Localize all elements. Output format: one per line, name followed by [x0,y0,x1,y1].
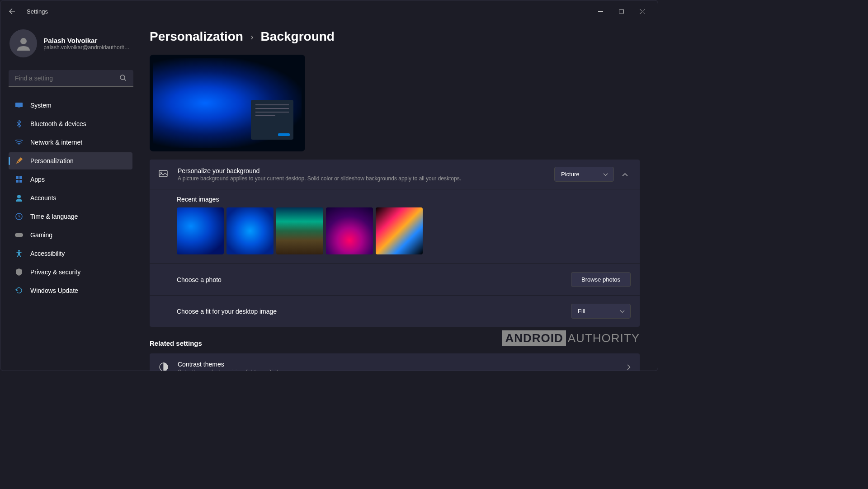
breadcrumb: Personalization › Background [150,29,640,44]
avatar [9,29,37,57]
sidebar-item-apps[interactable]: Apps [9,171,132,188]
recent-image-thumb[interactable] [326,207,373,254]
breadcrumb-parent[interactable]: Personalization [150,29,243,44]
recent-image-thumb[interactable] [376,207,423,254]
breadcrumb-current: Background [261,29,335,44]
sidebar-item-network-internet[interactable]: Network & internet [9,134,132,151]
sidebar-item-label: Privacy & security [30,268,80,276]
personalize-card: Personalize your background A picture ba… [150,160,640,327]
sidebar-item-personalization[interactable]: Personalization [9,152,132,169]
contrast-description: Color themes for low vision, light sensi… [178,369,627,371]
svg-point-14 [17,195,21,198]
accessibility-icon [15,249,23,258]
svg-rect-18 [159,170,167,177]
apps-icon [15,175,23,183]
recent-images-label: Recent images [177,196,631,203]
sidebar-item-label: Bluetooth & devices [30,120,86,127]
svg-point-9 [19,144,19,145]
window-title: Settings [27,8,48,15]
chevron-down-icon [620,308,625,315]
sidebar-item-label: Windows Update [30,287,78,294]
choose-fit-label: Choose a fit for your desktop image [177,308,571,315]
sidebar-item-gaming[interactable]: Gaming [9,226,132,244]
browse-photos-button[interactable]: Browse photos [571,272,631,287]
svg-rect-16 [15,233,23,237]
recent-thumbnails [177,207,631,254]
maximize-button[interactable] [611,4,632,19]
network-internet-icon [15,138,23,146]
sidebar-item-label: Accounts [30,194,57,202]
sidebar-item-label: Gaming [30,231,52,239]
sidebar-item-time-language[interactable]: Time & language [9,208,132,225]
watermark: ANDROIDAUTHORITY [502,331,640,345]
svg-rect-13 [19,180,22,183]
search-input[interactable] [9,70,133,87]
svg-line-6 [124,79,126,81]
svg-rect-7 [15,103,23,107]
personalization-icon [15,157,23,165]
contrast-title: Contrast themes [178,361,627,368]
svg-rect-10 [16,176,19,179]
sidebar-item-system[interactable]: System [9,97,132,114]
sidebar-item-privacy-security[interactable]: Privacy & security [9,263,132,281]
bluetooth-devices-icon [15,120,23,128]
title-bar: Settings [0,0,658,22]
sidebar-item-windows-update[interactable]: Windows Update [9,282,132,299]
background-type-dropdown[interactable]: Picture [554,167,614,182]
content-area: Personalization › Background [141,22,658,371]
system-icon [15,101,23,109]
gaming-icon [15,231,23,239]
user-email: palash.volvoikar@androidauthority.... [43,44,132,51]
svg-point-4 [20,38,27,44]
svg-point-19 [161,172,162,173]
sidebar-item-label: Time & language [30,213,78,220]
svg-rect-8 [18,108,20,108]
expand-toggle[interactable] [619,168,631,181]
sidebar-item-bluetooth-devices[interactable]: Bluetooth & devices [9,115,132,132]
sidebar-item-label: Apps [30,176,45,183]
personalize-description: A picture background applies to your cur… [178,175,554,182]
privacy-security-icon [15,268,23,276]
sidebar-item-label: Accessibility [30,250,65,257]
recent-image-thumb[interactable] [276,207,323,254]
chevron-right-icon [627,364,631,371]
picture-icon [159,169,170,180]
desktop-preview [150,55,305,151]
contrast-themes-link[interactable]: Contrast themes Color themes for low vis… [150,353,640,371]
svg-rect-1 [619,9,623,14]
search-icon [120,75,126,83]
contrast-icon [159,362,170,371]
chevron-down-icon [603,171,608,178]
nav-list: SystemBluetooth & devicesNetwork & inter… [9,97,132,301]
chevron-right-icon: › [250,32,254,42]
accounts-icon [15,194,23,202]
recent-image-thumb[interactable] [177,207,224,254]
personalize-title: Personalize your background [178,167,554,174]
svg-point-17 [18,250,20,252]
recent-image-thumb[interactable] [226,207,274,254]
choose-photo-label: Choose a photo [177,276,571,283]
sidebar-item-label: System [30,102,52,109]
svg-point-5 [120,75,125,80]
windows-update-icon [15,287,23,295]
time-language-icon [15,212,23,221]
close-button[interactable] [632,4,652,19]
fit-dropdown[interactable]: Fill [571,304,631,319]
sidebar: Palash Volvoikar palash.volvoikar@androi… [0,22,141,371]
user-name: Palash Volvoikar [43,37,132,44]
user-profile[interactable]: Palash Volvoikar palash.volvoikar@androi… [9,28,132,59]
sidebar-item-accessibility[interactable]: Accessibility [9,245,132,262]
window-controls [590,4,652,19]
minimize-button[interactable] [590,4,611,19]
sidebar-item-accounts[interactable]: Accounts [9,189,132,207]
sidebar-item-label: Personalization [30,157,74,165]
sidebar-item-label: Network & internet [30,139,82,146]
svg-rect-12 [16,180,19,183]
back-button[interactable] [6,5,19,18]
svg-rect-11 [19,176,22,179]
